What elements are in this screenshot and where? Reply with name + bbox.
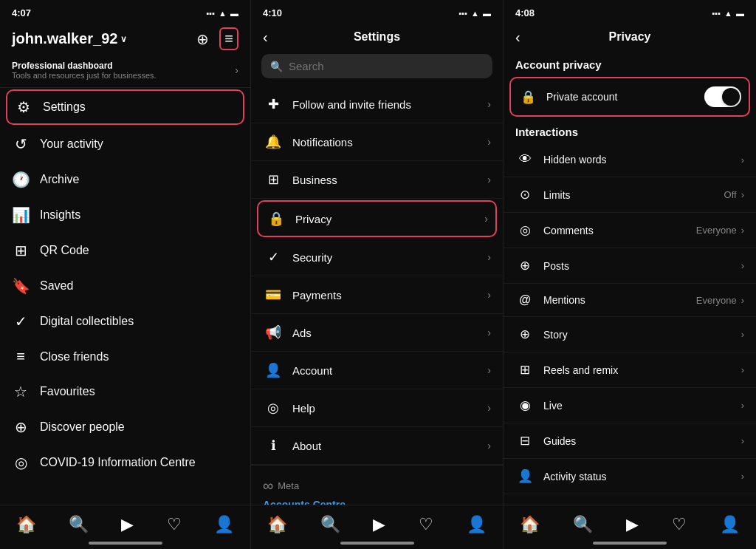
status-icons-1: ▪▪▪ ▲ ▬ xyxy=(206,9,238,18)
time-3: 4:08 xyxy=(515,7,535,18)
payments-icon: 💳 xyxy=(263,287,284,303)
covid-label: COVID-19 Information Centre xyxy=(40,456,196,469)
discover-label: Discover people xyxy=(40,420,125,434)
account-chevron-icon: › xyxy=(487,364,491,376)
tab-search-3[interactable]: 🔍 xyxy=(573,515,593,534)
home-indicator-2 xyxy=(340,542,414,545)
tab-reels-2[interactable]: ▶ xyxy=(373,515,385,534)
tab-home-2[interactable]: 🏠 xyxy=(267,515,287,534)
sidebar-item-saved[interactable]: 🔖 Saved xyxy=(0,268,250,304)
sidebar-item-close-friends[interactable]: ≡ Close friends xyxy=(0,339,250,374)
settings-item-about[interactable]: ℹ About › xyxy=(251,427,503,465)
search-input[interactable] xyxy=(289,60,484,72)
privacy-item-posts[interactable]: ⊕ Posts › xyxy=(504,248,756,284)
help-label: Help xyxy=(292,402,487,415)
private-account-toggle[interactable] xyxy=(704,86,741,107)
tab-search-2[interactable]: 🔍 xyxy=(320,515,340,534)
sidebar-item-digital[interactable]: ✓ Digital collectibles xyxy=(0,304,250,339)
sidebar-item-qr[interactable]: ⊞ QR Code xyxy=(0,233,250,268)
comments-value: Everyone xyxy=(696,225,737,236)
account-privacy-header: Account privacy xyxy=(504,51,756,75)
privacy-item-limits[interactable]: ⊙ Limits Off › xyxy=(504,177,756,213)
add-button[interactable]: ⊕ xyxy=(196,30,209,48)
sidebar-item-activity[interactable]: ↺ Your activity xyxy=(0,126,250,162)
wifi-icon: ▲ xyxy=(219,9,227,18)
story-label: Story xyxy=(543,329,741,341)
panel-privacy: 4:08 ▪▪▪ ▲ ▬ ‹ Privacy Account privacy 🔒… xyxy=(504,0,756,549)
menu-button[interactable]: ≡ xyxy=(219,27,238,50)
payments-chevron-icon: › xyxy=(487,289,491,301)
qr-label: QR Code xyxy=(40,244,89,257)
sidebar-menu: ⚙ Settings ↺ Your activity 🕐 Archive 📊 I… xyxy=(0,88,250,549)
follow-chevron-icon: › xyxy=(487,98,491,110)
privacy-item-activity[interactable]: 👤 Activity status › xyxy=(504,459,756,494)
tab-profile-1[interactable]: 👤 xyxy=(214,515,234,534)
settings-item-security[interactable]: ✓ Security › xyxy=(251,239,503,276)
tab-reels-1[interactable]: ▶ xyxy=(121,515,134,534)
private-account-item[interactable]: 🔒 Private account xyxy=(509,77,750,117)
privacy-item-hidden-words[interactable]: 👁 Hidden words › xyxy=(504,143,756,177)
sidebar-item-settings[interactable]: ⚙ Settings xyxy=(6,89,244,125)
signal-icon-2: ▪▪▪ xyxy=(458,9,467,18)
username-text: john.walker_92 xyxy=(12,30,117,47)
settings-item-account[interactable]: 👤 Account › xyxy=(251,352,503,389)
settings-item-notifications[interactable]: 🔔 Notifications › xyxy=(251,123,503,161)
back-button-privacy[interactable]: ‹ xyxy=(515,29,520,46)
tab-search-1[interactable]: 🔍 xyxy=(69,515,89,534)
settings-icon: ⚙ xyxy=(15,98,32,116)
sidebar-header: john.walker_92 ∨ ⊕ ≡ xyxy=(0,23,250,58)
saved-icon: 🔖 xyxy=(12,277,30,295)
settings-item-privacy[interactable]: 🔒 Privacy › xyxy=(257,200,497,237)
settings-item-help[interactable]: ◎ Help › xyxy=(251,389,503,427)
ads-label: Ads xyxy=(292,327,487,339)
follow-icon: ✚ xyxy=(263,96,284,112)
tab-profile-3[interactable]: 👤 xyxy=(720,515,740,534)
privacy-item-guides[interactable]: ⊟ Guides › xyxy=(504,423,756,459)
about-icon: ℹ xyxy=(263,437,284,454)
battery-icon-3: ▬ xyxy=(736,9,744,18)
search-box[interactable]: 🔍 xyxy=(261,54,492,78)
sidebar-item-insights[interactable]: 📊 Insights xyxy=(0,197,250,233)
covid-icon: ◎ xyxy=(12,454,30,471)
tab-profile-2[interactable]: 👤 xyxy=(467,515,487,534)
settings-item-ads[interactable]: 📢 Ads › xyxy=(251,314,503,352)
privacy-item-mentions[interactable]: @ Mentions Everyone › xyxy=(504,284,756,317)
status-bar-2: 4:10 ▪▪▪ ▲ ▬ xyxy=(251,0,503,23)
privacy-item-comments[interactable]: ◎ Comments Everyone › xyxy=(504,213,756,248)
settings-item-business[interactable]: ⊞ Business › xyxy=(251,161,503,199)
pro-dashboard-text: Professional dashboard Tools and resourc… xyxy=(12,61,157,80)
back-button-settings[interactable]: ‹ xyxy=(263,29,268,46)
reels-chevron-icon: › xyxy=(741,364,744,375)
privacy-item-reels[interactable]: ⊞ Reels and remix › xyxy=(504,352,756,388)
privacy-item-live[interactable]: ◉ Live › xyxy=(504,388,756,423)
status-bar-3: 4:08 ▪▪▪ ▲ ▬ xyxy=(504,0,756,23)
sidebar-item-covid[interactable]: ◎ COVID-19 Information Centre xyxy=(0,445,250,480)
settings-item-follow[interactable]: ✚ Follow and invite friends › xyxy=(251,86,503,123)
tab-likes-3[interactable]: ♡ xyxy=(672,515,687,534)
pro-dashboard[interactable]: Professional dashboard Tools and resourc… xyxy=(0,58,250,88)
tab-likes-1[interactable]: ♡ xyxy=(167,515,182,534)
activity-status-icon: 👤 xyxy=(515,468,535,484)
sidebar-item-favourites[interactable]: ☆ Favourites xyxy=(0,374,250,409)
privacy-item-story[interactable]: ⊕ Story › xyxy=(504,317,756,352)
favourites-icon: ☆ xyxy=(12,383,30,400)
interactions-header: Interactions xyxy=(504,118,756,143)
tab-home-3[interactable]: 🏠 xyxy=(520,515,540,534)
tab-likes-2[interactable]: ♡ xyxy=(419,515,433,534)
limits-chevron-icon: › xyxy=(741,189,744,200)
hidden-words-label: Hidden words xyxy=(543,154,741,166)
account-label: Account xyxy=(292,364,487,377)
comments-chevron-icon: › xyxy=(741,225,744,236)
sidebar-item-archive[interactable]: 🕐 Archive xyxy=(0,162,250,197)
username-display[interactable]: john.walker_92 ∨ xyxy=(12,30,127,47)
wifi-icon-3: ▲ xyxy=(724,9,732,18)
comments-icon: ◎ xyxy=(515,222,535,238)
header-actions: ⊕ ≡ xyxy=(196,27,238,50)
about-label: About xyxy=(292,440,487,452)
tab-home-1[interactable]: 🏠 xyxy=(16,515,36,534)
sidebar-item-discover[interactable]: ⊕ Discover people xyxy=(0,409,250,445)
tab-reels-3[interactable]: ▶ xyxy=(626,515,639,534)
settings-item-payments[interactable]: 💳 Payments › xyxy=(251,276,503,314)
notifications-icon: 🔔 xyxy=(263,134,284,150)
limits-value: Off xyxy=(724,189,737,200)
